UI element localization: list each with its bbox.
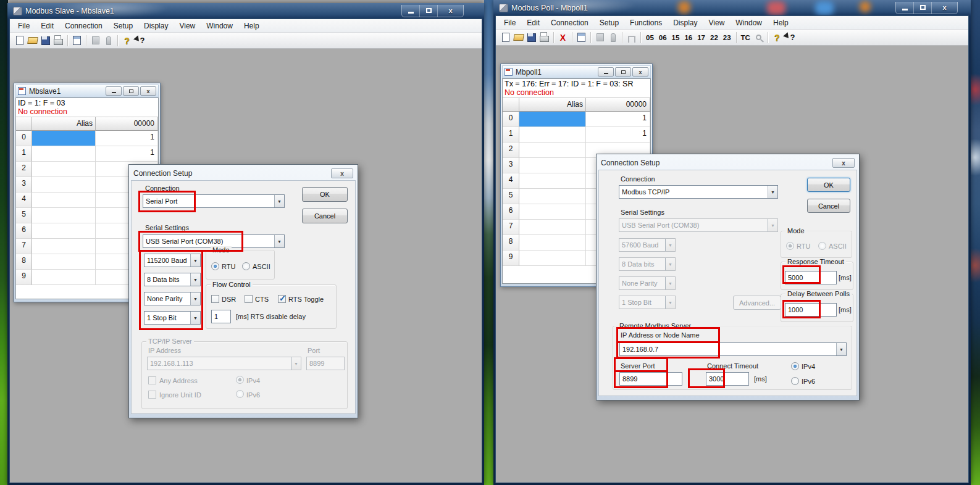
alias-cell[interactable] [32,146,96,162]
function-code-button-15[interactable]: 15 [669,34,682,41]
new-file-button[interactable] [13,35,26,46]
alias-cell[interactable] [32,239,96,254]
communication-log-button[interactable] [752,31,765,43]
rtu-radio[interactable] [786,242,794,250]
menu-item-functions[interactable]: Functions [624,17,668,29]
doc-close-button[interactable]: x [632,67,648,77]
dialog-titlebar[interactable]: Connection Setup x [131,167,356,180]
chevron-down-icon[interactable]: ▼ [768,186,777,198]
alias-cell[interactable] [32,162,96,177]
dialog-titlebar[interactable]: Connection Setup x [598,156,857,170]
function-code-button-05[interactable]: 05 [643,34,656,41]
ignore-unit-id-checkbox[interactable] [148,391,156,399]
cts-checkbox[interactable] [245,295,253,303]
help-button[interactable]: ? [120,35,133,46]
disconnect-button[interactable]: X [556,31,569,43]
ascii-radio[interactable] [818,242,826,250]
minimize-button[interactable] [402,5,420,17]
mbpoll1-titlebar[interactable]: Mbpoll1 x [502,65,651,78]
ipv4-radio[interactable] [236,376,244,384]
connection-combobox[interactable]: Serial Port ▼ [143,194,285,208]
connect-button[interactable] [89,35,102,46]
ascii-radio[interactable] [242,262,250,270]
alias-header-cell[interactable]: Alias [519,98,586,112]
menu-item-file[interactable]: File [498,17,521,29]
context-help-button[interactable]: ? [784,31,797,43]
advanced-button[interactable]: Advanced... [733,296,781,310]
close-button[interactable]: x [932,2,957,14]
open-file-button[interactable] [512,31,525,43]
alias-cell[interactable] [519,127,586,143]
databits-combobox[interactable]: 8 Data bits ▼ [619,257,676,271]
register-header-cell[interactable]: 00000 [586,98,650,112]
menu-item-help[interactable]: Help [238,20,265,32]
alias-cell[interactable] [519,173,586,189]
menu-item-file[interactable]: File [12,20,35,32]
alias-cell[interactable] [32,193,96,208]
menu-item-connection[interactable]: Connection [545,17,594,29]
function-code-button-23[interactable]: 23 [721,34,734,41]
delay-between-polls-input[interactable] [785,303,837,317]
alias-cell[interactable] [519,158,586,173]
print-button[interactable] [52,35,65,46]
ip-address-combobox[interactable]: 192.168.1.113 ▼ [147,357,301,370]
any-address-checkbox[interactable] [148,376,156,384]
menu-item-display[interactable]: Display [138,20,174,32]
response-timeout-input[interactable] [785,271,837,284]
function-code-button-16[interactable]: 16 [682,34,695,41]
alias-cell[interactable] [32,131,96,146]
disconnect-button[interactable] [102,35,115,46]
function-code-button-22[interactable]: 22 [708,34,721,41]
rts-delay-input[interactable] [211,310,231,323]
chevron-down-icon[interactable]: ▼ [190,273,200,286]
dialog-close-button[interactable]: x [331,168,353,178]
rtu-radio[interactable] [211,262,219,270]
menu-item-help[interactable]: Help [768,17,794,29]
alias-cell[interactable] [519,235,586,251]
alias-cell[interactable] [519,143,586,158]
parity-combobox[interactable]: None Parity ▼ [144,292,201,305]
chevron-down-icon[interactable]: ▼ [274,235,284,247]
menu-item-edit[interactable]: Edit [521,17,545,29]
dialog-close-button[interactable]: x [832,158,855,168]
connection-combobox[interactable]: Modbus TCP/IP ▼ [619,185,778,199]
register-value-cell[interactable]: 1 [586,127,650,143]
maximize-button[interactable] [914,2,932,14]
ip-node-combobox[interactable]: 192.168.0.7 ▼ [619,342,847,356]
menu-item-view[interactable]: View [703,17,731,29]
save-button[interactable] [525,31,538,43]
ok-button[interactable]: OK [807,178,850,192]
save-button[interactable] [39,35,52,46]
doc-minimize-button[interactable] [106,86,122,96]
menu-item-window[interactable]: Window [201,20,238,32]
modbus-slave-titlebar[interactable]: Modbus Slave - Mbslave1 x [9,3,482,19]
menu-item-edit[interactable]: Edit [35,20,59,32]
ipv6-radio[interactable] [791,377,799,385]
ipv6-radio[interactable] [236,390,244,398]
stopbits-combobox[interactable]: 1 Stop Bit ▼ [619,296,676,309]
dsr-checkbox[interactable] [211,295,219,303]
minimize-button[interactable] [896,2,914,14]
register-value-cell[interactable]: 1 [96,146,158,162]
setup-button[interactable] [606,31,619,43]
chevron-down-icon[interactable]: ▼ [274,195,284,207]
menu-item-connection[interactable]: Connection [59,20,108,32]
parity-combobox[interactable]: None Parity ▼ [619,276,676,290]
menu-item-window[interactable]: Window [730,17,768,29]
modbus-poll-titlebar[interactable]: Modbus Poll - Mbpoll1 x [495,0,969,15]
serial-port-combobox[interactable]: USB Serial Port (COM38) ▼ [619,218,778,232]
alias-cell[interactable] [32,254,96,270]
rts-toggle-checkbox[interactable] [278,295,286,303]
mbslave1-titlebar[interactable]: Mbslave1 x [15,85,159,97]
function-code-button-17[interactable]: 17 [695,34,708,41]
doc-minimize-button[interactable] [598,67,614,77]
databits-combobox[interactable]: 8 Data bits ▼ [144,273,201,286]
server-port-input[interactable] [619,372,682,386]
chevron-down-icon[interactable]: ▼ [190,312,200,324]
menu-item-display[interactable]: Display [668,17,703,29]
connect-timeout-input[interactable] [706,372,749,386]
display-setup-button[interactable] [70,35,83,46]
alias-cell[interactable] [519,189,586,204]
doc-restore-button[interactable] [615,67,631,77]
alias-cell[interactable] [32,223,96,239]
